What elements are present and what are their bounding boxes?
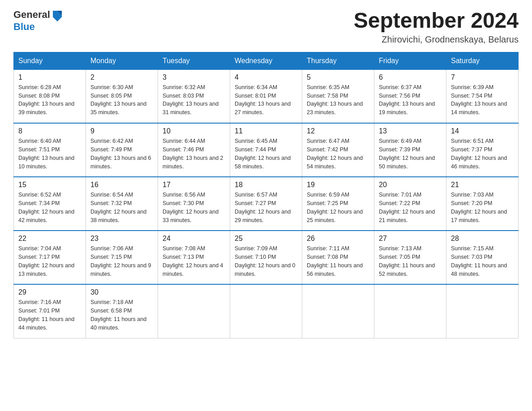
calendar-week-row: 15 Sunrise: 6:52 AMSunset: 7:34 PMDaylig… [14,177,519,231]
day-info: Sunrise: 7:01 AMSunset: 7:22 PMDaylight:… [379,191,442,224]
day-number: 24 [163,235,225,243]
table-row: 3 Sunrise: 6:32 AMSunset: 8:03 PMDayligh… [158,69,230,123]
day-info: Sunrise: 6:51 AMSunset: 7:37 PMDaylight:… [451,137,514,171]
table-row: 21 Sunrise: 7:03 AMSunset: 7:20 PMDaylig… [446,177,519,231]
day-info: Sunrise: 6:52 AMSunset: 7:34 PMDaylight:… [18,191,81,224]
col-saturday: Saturday [446,52,519,69]
calendar-week-row: 1 Sunrise: 6:28 AMSunset: 8:08 PMDayligh… [14,69,519,123]
col-thursday: Thursday [302,52,374,69]
day-number: 25 [235,235,297,243]
calendar-week-row: 8 Sunrise: 6:40 AMSunset: 7:51 PMDayligh… [14,123,519,177]
day-info: Sunrise: 6:40 AMSunset: 7:51 PMDaylight:… [18,137,81,171]
table-row [446,284,519,338]
calendar-table: Sunday Monday Tuesday Wednesday Thursday… [13,52,519,338]
day-info: Sunrise: 6:54 AMSunset: 7:32 PMDaylight:… [90,191,153,224]
table-row: 18 Sunrise: 6:57 AMSunset: 7:27 PMDaylig… [230,177,302,231]
table-row: 25 Sunrise: 7:09 AMSunset: 7:10 PMDaylig… [230,231,302,284]
day-number: 16 [90,181,153,189]
day-info: Sunrise: 6:49 AMSunset: 7:39 PMDaylight:… [379,137,442,171]
day-number: 2 [90,73,153,81]
table-row: 30 Sunrise: 7:18 AMSunset: 6:58 PMDaylig… [86,284,158,338]
month-title: September 2024 [354,9,519,33]
table-row: 12 Sunrise: 6:47 AMSunset: 7:42 PMDaylig… [302,123,374,177]
day-number: 22 [18,235,81,243]
day-info: Sunrise: 7:04 AMSunset: 7:17 PMDaylight:… [18,244,81,278]
day-number: 5 [307,73,369,81]
day-number: 3 [163,73,225,81]
day-number: 7 [451,73,514,81]
day-info: Sunrise: 6:34 AMSunset: 8:01 PMDaylight:… [235,83,297,117]
day-number: 11 [235,127,297,135]
col-sunday: Sunday [14,52,86,69]
day-info: Sunrise: 7:08 AMSunset: 7:13 PMDaylight:… [163,244,225,278]
day-info: Sunrise: 6:30 AMSunset: 8:05 PMDaylight:… [90,83,153,117]
day-number: 14 [451,127,514,135]
day-info: Sunrise: 6:42 AMSunset: 7:49 PMDaylight:… [90,137,153,171]
location: Zhirovichi, Grodnenskaya, Belarus [354,34,519,45]
logo-icon [51,9,64,21]
day-info: Sunrise: 6:47 AMSunset: 7:42 PMDaylight:… [307,137,369,171]
day-info: Sunrise: 7:15 AMSunset: 7:03 PMDaylight:… [451,244,514,278]
calendar-week-row: 29 Sunrise: 7:16 AMSunset: 7:01 PMDaylig… [14,284,519,338]
day-info: Sunrise: 7:03 AMSunset: 7:20 PMDaylight:… [451,191,514,224]
day-number: 26 [307,235,369,243]
table-row: 7 Sunrise: 6:39 AMSunset: 7:54 PMDayligh… [446,69,519,123]
table-row: 5 Sunrise: 6:35 AMSunset: 7:58 PMDayligh… [302,69,374,123]
table-row: 24 Sunrise: 7:08 AMSunset: 7:13 PMDaylig… [158,231,230,284]
calendar-week-row: 22 Sunrise: 7:04 AMSunset: 7:17 PMDaylig… [14,231,519,284]
table-row: 8 Sunrise: 6:40 AMSunset: 7:51 PMDayligh… [14,123,86,177]
table-row: 20 Sunrise: 7:01 AMSunset: 7:22 PMDaylig… [374,177,446,231]
day-number: 17 [163,181,225,189]
day-info: Sunrise: 7:16 AMSunset: 7:01 PMDaylight:… [18,298,81,332]
day-info: Sunrise: 7:18 AMSunset: 6:58 PMDaylight:… [90,298,153,332]
table-row: 17 Sunrise: 6:56 AMSunset: 7:30 PMDaylig… [158,177,230,231]
table-row: 29 Sunrise: 7:16 AMSunset: 7:01 PMDaylig… [14,284,86,338]
day-number: 27 [379,235,442,243]
day-info: Sunrise: 6:32 AMSunset: 8:03 PMDaylight:… [163,83,225,117]
day-number: 4 [235,73,297,81]
day-number: 21 [451,181,514,189]
day-info: Sunrise: 6:56 AMSunset: 7:30 PMDaylight:… [163,191,225,224]
day-number: 20 [379,181,442,189]
day-number: 9 [90,127,153,135]
day-info: Sunrise: 7:11 AMSunset: 7:08 PMDaylight:… [307,244,369,278]
day-info: Sunrise: 6:45 AMSunset: 7:44 PMDaylight:… [235,137,297,171]
table-row [302,284,374,338]
day-info: Sunrise: 6:35 AMSunset: 7:58 PMDaylight:… [307,83,369,117]
table-row: 9 Sunrise: 6:42 AMSunset: 7:49 PMDayligh… [86,123,158,177]
day-info: Sunrise: 7:09 AMSunset: 7:10 PMDaylight:… [235,244,297,278]
day-info: Sunrise: 6:39 AMSunset: 7:54 PMDaylight:… [451,83,514,117]
col-monday: Monday [86,52,158,69]
day-number: 12 [307,127,369,135]
table-row: 14 Sunrise: 6:51 AMSunset: 7:37 PMDaylig… [446,123,519,177]
table-row: 6 Sunrise: 6:37 AMSunset: 7:56 PMDayligh… [374,69,446,123]
col-tuesday: Tuesday [158,52,230,69]
page-header: General Blue September 2024 Zhirovichi, … [13,9,519,45]
day-number: 6 [379,73,442,81]
logo: General Blue [13,9,64,32]
table-row: 4 Sunrise: 6:34 AMSunset: 8:01 PMDayligh… [230,69,302,123]
table-row: 2 Sunrise: 6:30 AMSunset: 8:05 PMDayligh… [86,69,158,123]
table-row: 26 Sunrise: 7:11 AMSunset: 7:08 PMDaylig… [302,231,374,284]
table-row: 28 Sunrise: 7:15 AMSunset: 7:03 PMDaylig… [446,231,519,284]
day-number: 29 [18,288,81,296]
day-number: 30 [90,288,153,296]
day-info: Sunrise: 7:13 AMSunset: 7:05 PMDaylight:… [379,244,442,278]
calendar-header-row: Sunday Monday Tuesday Wednesday Thursday… [14,52,519,69]
table-row [158,284,230,338]
table-row: 22 Sunrise: 7:04 AMSunset: 7:17 PMDaylig… [14,231,86,284]
title-area: September 2024 Zhirovichi, Grodnenskaya,… [354,9,519,45]
table-row: 11 Sunrise: 6:45 AMSunset: 7:44 PMDaylig… [230,123,302,177]
table-row: 10 Sunrise: 6:44 AMSunset: 7:46 PMDaylig… [158,123,230,177]
day-info: Sunrise: 6:37 AMSunset: 7:56 PMDaylight:… [379,83,442,117]
col-friday: Friday [374,52,446,69]
table-row [230,284,302,338]
table-row: 16 Sunrise: 6:54 AMSunset: 7:32 PMDaylig… [86,177,158,231]
day-info: Sunrise: 6:44 AMSunset: 7:46 PMDaylight:… [163,137,225,171]
day-info: Sunrise: 6:59 AMSunset: 7:25 PMDaylight:… [307,191,369,224]
col-wednesday: Wednesday [230,52,302,69]
day-number: 19 [307,181,369,189]
table-row: 27 Sunrise: 7:13 AMSunset: 7:05 PMDaylig… [374,231,446,284]
table-row: 13 Sunrise: 6:49 AMSunset: 7:39 PMDaylig… [374,123,446,177]
day-number: 18 [235,181,297,189]
